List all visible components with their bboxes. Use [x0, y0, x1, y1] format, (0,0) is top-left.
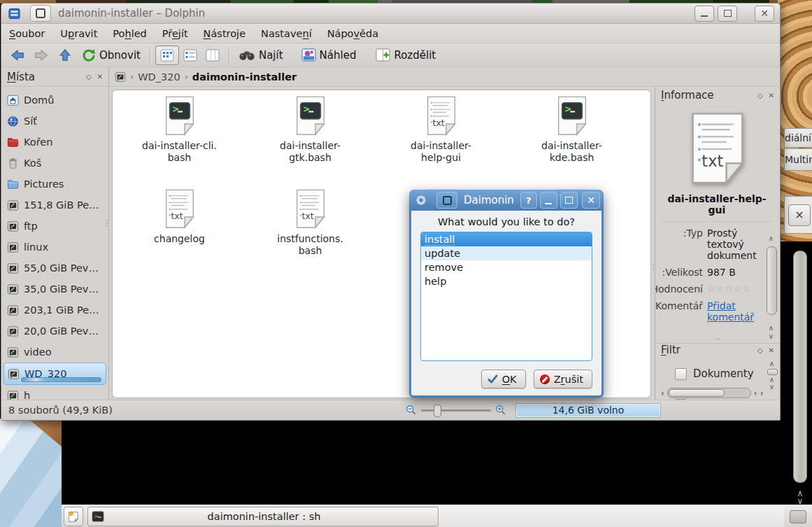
sidebar-item-linux[interactable]: linux [1, 237, 108, 258]
float-panel-icon[interactable]: ◇ [86, 73, 92, 80]
forward-button[interactable] [29, 46, 53, 64]
scroll-down-icon[interactable]: ∨ [767, 384, 776, 391]
close-button[interactable]: ✕ [755, 6, 774, 22]
sidebar-item-ftp[interactable]: ftp [1, 216, 108, 237]
add-comment-link[interactable]: Přidat komentář [707, 300, 766, 323]
close-panel-icon[interactable]: ✕ [769, 346, 774, 354]
file-dai-installer-gtk-bash[interactable]: dai-installer-gtk.bash [245, 93, 376, 186]
label-part: nformace [664, 89, 713, 101]
sidebar-item-disk-55[interactable]: 55,0 GiB Pev… [1, 258, 108, 279]
up-button[interactable] [53, 46, 77, 64]
menu-upravit[interactable]: Upravit [52, 26, 105, 41]
menu-nastaveni[interactable]: Nastavení [253, 26, 320, 41]
scroll-up-icon[interactable]: ∧ [767, 235, 776, 242]
cancel-button[interactable]: Zrušit [534, 370, 592, 388]
dialog-help-button[interactable]: ? [520, 192, 537, 209]
filter-panel-scrollbar[interactable]: ∧ ∧ ∨ [767, 360, 776, 391]
menu-label-part: p [68, 28, 74, 39]
float-panel-icon[interactable]: ◇ [757, 92, 763, 99]
split-button[interactable]: Rozdělit [371, 46, 440, 64]
ok-button[interactable]: OK [481, 370, 526, 388]
sidebar-item-kos[interactable]: Koš [1, 153, 108, 174]
breadcrumb-current[interactable]: daimonin-installer [192, 71, 297, 83]
scroll-right-icon[interactable]: › [760, 388, 764, 398]
file-dai-installer-kde-bash[interactable]: dai-installer-kde.bash [506, 93, 637, 186]
breadcrumb-segment[interactable]: WD_320 [138, 71, 180, 83]
scrollbar-thumb[interactable] [669, 389, 725, 397]
sidebar-item-disk-20[interactable]: 20,0 GiB Pev… [1, 321, 108, 342]
titlebar[interactable]: daimonin-installer – Dolphin ✕ [1, 3, 780, 24]
file-dai-installer-help-gui[interactable]: dai-installer-help-gui [376, 93, 506, 186]
option-install[interactable]: install [421, 232, 592, 246]
horizontal-splitter-handle[interactable]: ⋯ [655, 335, 780, 343]
maximize-button[interactable] [718, 6, 737, 22]
kde-menu-icon[interactable] [8, 8, 20, 20]
checkbox-icon[interactable] [675, 368, 687, 380]
scroll-up-icon[interactable]: ∧ [767, 325, 776, 332]
info-panel-scrollbar[interactable]: ∧ ∧ ∨ [767, 235, 776, 340]
menu-prejit[interactable]: Přejít [155, 26, 196, 41]
drive-icon[interactable] [115, 71, 126, 83]
back-button[interactable] [6, 46, 29, 64]
sidebar-item-sit[interactable]: Síť [1, 111, 108, 132]
dialog-maximize-button[interactable] [560, 192, 578, 209]
view-details-button[interactable] [179, 46, 201, 64]
dialog-option-list[interactable]: install update remove help [420, 232, 592, 361]
view-columns-button[interactable] [201, 46, 224, 64]
option-remove[interactable]: remove [421, 260, 592, 274]
scroll-left-icon[interactable]: ‹ [661, 388, 664, 398]
menu-napoveda[interactable]: Nápověda [320, 26, 386, 41]
panel-splitter-handle[interactable]: ⋮ [650, 265, 657, 269]
sidebar-item-disk-35[interactable]: 35,0 GiB Pev… [1, 279, 108, 300]
close-icon[interactable]: ✕ [788, 204, 811, 226]
find-button[interactable]: Najít [234, 47, 287, 64]
scrollbar-thumb[interactable] [767, 246, 777, 315]
scroll-up-icon[interactable]: ∧ [767, 360, 776, 367]
refresh-button[interactable]: Obnovit [77, 45, 145, 64]
sidebar-item-wd320-selected[interactable]: WD_320 [3, 363, 106, 385]
file-label-line: help-gui [411, 152, 471, 164]
sidebar-item-disk-203[interactable]: 203,1 GiB Pe… [1, 300, 108, 321]
dialog-titlebar[interactable]: Daimonin ? ✕ [409, 190, 604, 211]
file-instfunctions-bash[interactable]: instfunctions.bash [245, 186, 376, 279]
preview-button[interactable]: Náhled [297, 46, 361, 64]
window-menu-button[interactable] [30, 5, 51, 22]
minimize-button[interactable] [695, 6, 714, 22]
scroll-down-icon[interactable]: ∨ [767, 333, 776, 340]
panel-splitter-handle[interactable]: ⋮ [103, 221, 111, 225]
rating-stars-icon[interactable]: ★★★★★ [707, 283, 766, 295]
option-help[interactable]: help [421, 274, 592, 288]
sidebar-item-pictures[interactable]: Pictures [1, 174, 108, 195]
terminal-scrollbar[interactable] [793, 251, 807, 483]
dialog-close-button[interactable]: ✕ [582, 192, 600, 209]
scrollbar-thumb[interactable] [767, 369, 778, 375]
scroll-left-icon[interactable]: ‹ [754, 388, 757, 398]
tray-icon[interactable] [790, 510, 806, 524]
menu-pohled[interactable]: Pohled [105, 26, 154, 41]
zoom-out-icon[interactable] [406, 405, 417, 416]
sidebar-item-domu[interactable]: Domů [1, 90, 108, 111]
float-panel-icon[interactable]: ◇ [757, 346, 763, 354]
sidebar-item-disk-151[interactable]: 151,8 GiB Pe… [1, 195, 108, 216]
dialog-minimize-button[interactable] [540, 192, 557, 209]
zoom-slider-handle[interactable] [434, 405, 441, 417]
sidebar-item-video[interactable]: video [1, 342, 108, 363]
menu-nastroje[interactable]: Nástroje [196, 26, 253, 41]
taskbar-task-terminal[interactable]: > daimonin-installer : sh [87, 507, 439, 526]
close-panel-icon[interactable]: ✕ [769, 92, 774, 99]
dialog-menu-button[interactable] [436, 192, 457, 209]
file-dai-installer-cli-bash[interactable]: dai-installer-cli.bash [114, 93, 245, 186]
notes-widget-button[interactable] [64, 507, 83, 526]
scrollbar-track[interactable] [667, 388, 751, 398]
close-panel-icon[interactable]: ✕ [97, 73, 103, 80]
view-icons-button[interactable] [155, 45, 179, 65]
filter-dokumenty[interactable]: Dokumenty [675, 367, 780, 380]
scroll-down-icon[interactable]: ∨ [795, 498, 806, 505]
zoom-in-icon[interactable] [495, 405, 506, 416]
filter-horizontal-scrollbar[interactable]: ‹ ‹ › [661, 388, 763, 398]
sidebar-item-koren[interactable]: Kořen [1, 132, 108, 153]
zoom-slider[interactable] [421, 409, 491, 412]
menu-soubor[interactable]: Soubor [1, 26, 52, 41]
option-update[interactable]: update [421, 246, 592, 260]
file-changelog[interactable]: changelog [114, 186, 245, 279]
